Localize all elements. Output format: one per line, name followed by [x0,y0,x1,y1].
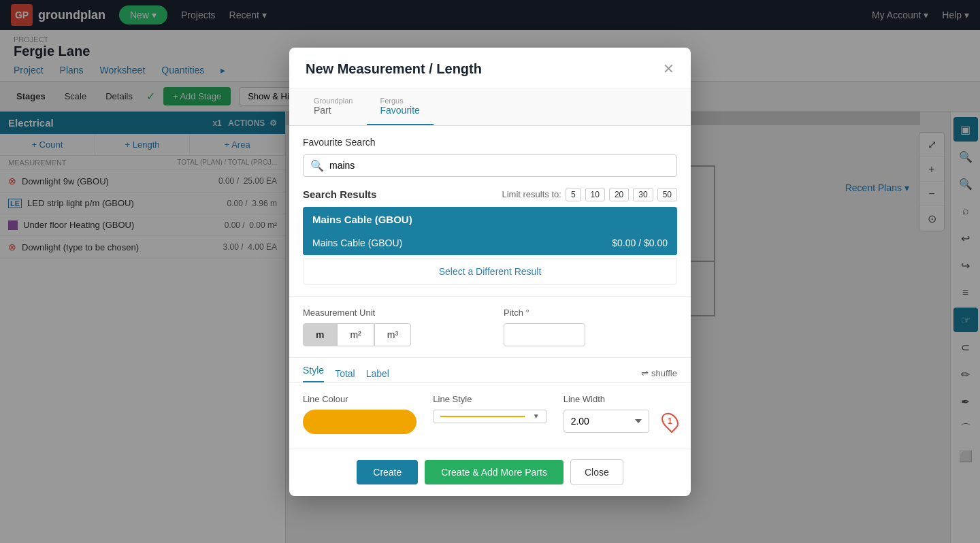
shuffle-icon: ⇌ [641,368,649,378]
line-width-select[interactable]: 2.00 1.00 3.00 4.00 [564,410,649,433]
unit-m-button[interactable]: m [303,323,337,346]
limit-10-button[interactable]: 10 [585,188,605,201]
pin-badge: 1 [658,409,682,433]
result-card-header: Mains Cable (GBOU) [303,207,677,232]
search-results-header: Search Results Limit results to: 5 10 20… [303,188,677,201]
unit-m2-button[interactable]: m² [337,323,374,346]
modal-footer: Create Create & Add More Parts Close [289,448,691,496]
modal-tabs: Groundplan Part Fergus Favourite [289,88,691,126]
style-row: Line Colour Line Style Line Width [303,394,677,437]
search-icon: 🔍 [310,159,324,172]
modal-overlay: New Measurement / Length ✕ Groundplan Pa… [0,0,980,543]
unit-m3-button[interactable]: m³ [374,323,411,346]
line-style-label: Line Style [433,394,546,404]
favourite-search-label: Favourite Search [303,137,677,148]
unit-buttons: m m² m³ [303,323,476,346]
result-card-row: Mains Cable (GBOU) $0.00 / $0.00 [303,232,677,255]
limit-results: Limit results to: 5 10 20 30 50 [502,188,677,201]
limit-20-button[interactable]: 20 [609,188,629,201]
pin-number: 1 [668,416,672,426]
style-tab-total[interactable]: Total [335,368,355,379]
favourite-search-input[interactable] [329,160,670,171]
create-button[interactable]: Create [357,460,418,484]
style-content: Line Colour Line Style Line Width [289,383,691,448]
style-tab-label[interactable]: Label [366,368,389,379]
measurement-unit-section: Measurement Unit m m² m³ Pitch ° [289,296,691,357]
select-different: Select a Different Result [303,258,677,285]
style-section: Style Total Label ⇌ shuffle Line Colour [289,357,691,448]
line-style-select[interactable] [433,410,546,423]
line-colour-field: Line Colour [303,394,416,437]
tab-fergus-favourite[interactable]: Fergus Favourite [367,88,434,125]
create-add-more-button[interactable]: Create & Add More Parts [425,460,564,484]
tab-groundplan-part[interactable]: Groundplan Part [300,88,367,125]
search-results-title: Search Results [303,188,376,200]
pitch-input[interactable] [504,323,585,346]
search-input-wrap: 🔍 [303,154,677,177]
modal-header: New Measurement / Length ✕ [289,48,691,88]
pitch-group: Pitch ° [504,308,677,346]
line-width-label: Line Width [564,394,677,404]
unit-label: Measurement Unit [303,308,476,318]
line-preview [440,416,524,417]
line-style-field: Line Style [433,394,546,437]
shuffle-button[interactable]: ⇌ shuffle [641,368,677,378]
select-different-link[interactable]: Select a Different Result [439,266,542,277]
unit-group: Measurement Unit m m² m³ [303,308,476,346]
modal-title: New Measurement / Length [306,61,482,77]
style-tab-style[interactable]: Style [303,365,324,382]
limit-30-button[interactable]: 30 [633,188,653,201]
limit-5-button[interactable]: 5 [566,188,581,201]
style-tabs-nav: Style Total Label ⇌ shuffle [289,358,691,383]
pitch-label: Pitch ° [504,308,677,318]
favourite-search-section: Favourite Search 🔍 [289,126,691,188]
search-results-section: Search Results Limit results to: 5 10 20… [289,188,691,296]
line-colour-label: Line Colour [303,394,416,404]
limit-50-button[interactable]: 50 [657,188,677,201]
new-measurement-modal: New Measurement / Length ✕ Groundplan Pa… [289,48,691,496]
modal-close-button[interactable]: ✕ [663,62,674,76]
line-width-field: Line Width 2.00 1.00 3.00 4.00 1 [564,394,677,437]
close-button[interactable]: Close [570,459,623,485]
line-colour-swatch[interactable] [303,410,416,434]
result-card[interactable]: Mains Cable (GBOU) Mains Cable (GBOU) $0… [303,207,677,255]
